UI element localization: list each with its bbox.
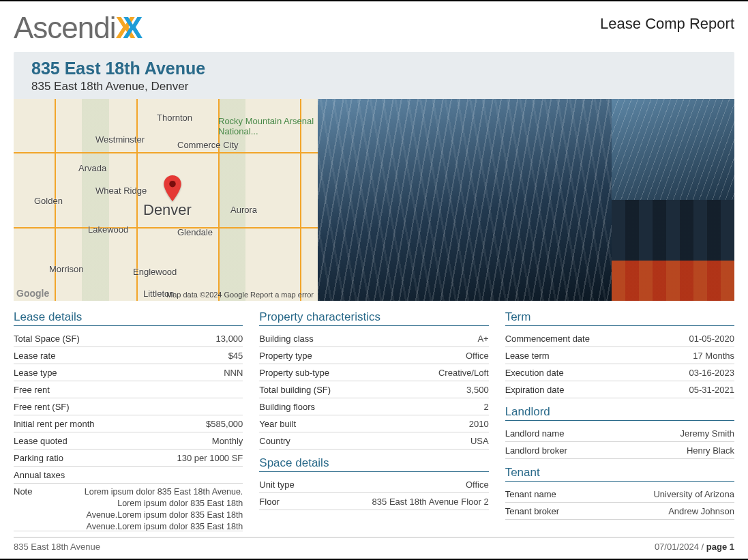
data-row: Property typeOffice (259, 347, 488, 364)
map-label-golden: Golden (34, 196, 63, 206)
data-row: Execution date03-16-2023 (505, 364, 734, 381)
row-key: Lease term (505, 351, 550, 361)
data-row: Lease typeNNN (14, 364, 243, 381)
rows-tenant: Tenant nameUniversity of ArizonaTenant b… (505, 486, 734, 520)
row-value: Office (466, 351, 489, 361)
rows-landlord: Landlord nameJeremy SmithLandlord broker… (505, 425, 734, 459)
row-value: 17 Months (693, 351, 734, 361)
row-key: Execution date (505, 368, 564, 378)
map-provider-logo: Google (16, 288, 49, 299)
building-photo-side-1 (612, 99, 734, 200)
property-name: 835 East 18th Avenue (31, 59, 717, 78)
row-key: Total Space (SF) (14, 334, 80, 344)
data-row: Total Space (SF)13,000 (14, 330, 243, 347)
row-key: Expiration date (505, 385, 565, 395)
data-row: Commencement date01-05-2020 (505, 330, 734, 347)
data-row: Lease term17 Months (505, 347, 734, 364)
row-key: Property sub-type (259, 368, 329, 378)
section-title-space-details: Space details (259, 456, 488, 472)
row-value: $585,000 (206, 419, 243, 429)
data-row: Free rent (14, 381, 243, 398)
row-key: Initial rent per month (14, 419, 95, 429)
row-key: Free rent (SF) (14, 402, 70, 412)
map-label-arvada: Arvada (78, 163, 106, 173)
row-value: Monthly (212, 436, 243, 446)
property-address: 835 East 18th Avenue, Denver (31, 80, 717, 93)
note-row: Note Lorem ipsum dolor 835 East 18th Ave… (14, 484, 243, 531)
row-value: Andrew Johnson (668, 506, 734, 516)
rows-term: Commencement date01-05-2020Lease term17 … (505, 330, 734, 398)
data-row: Tenant nameUniversity of Arizona (505, 486, 734, 503)
header-bar: AscendiXX Lease Comp Report (14, 11, 734, 45)
section-title-property-chars: Property characteristics (259, 310, 488, 326)
row-key: Annual taxes (14, 470, 65, 480)
building-photo-side-2 (612, 200, 734, 301)
section-title-term: Term (505, 310, 734, 326)
map-pin-icon (164, 175, 181, 203)
row-value: 3,500 (466, 385, 489, 395)
row-value: Creative/Loft (438, 368, 489, 378)
row-key: Building class (259, 334, 314, 344)
data-row: Unit typeOffice (259, 476, 488, 493)
row-key: Lease rate (14, 351, 55, 361)
map-label-thornton: Thornton (157, 113, 192, 123)
detail-columns: Lease details Total Space (SF)13,000Leas… (14, 310, 734, 531)
map-label-morrison: Morrison (49, 264, 84, 274)
row-key: Parking ratio (14, 453, 63, 463)
row-value: 130 per 1000 SF (177, 453, 243, 463)
map-label-denver: Denver (143, 201, 192, 219)
data-row: Parking ratio130 per 1000 SF (14, 450, 243, 467)
row-value: 13,000 (216, 334, 243, 344)
data-row: Free rent (SF) (14, 398, 243, 415)
col-lease-details: Lease details Total Space (SF)13,000Leas… (14, 310, 243, 531)
row-key: Floor (259, 497, 280, 507)
data-row: Building floors2 (259, 398, 488, 415)
data-row: Lease rate$45 (14, 347, 243, 364)
footer-page: page 1 (706, 542, 734, 552)
rows-property-chars: Building classA+Property typeOfficePrope… (259, 330, 488, 450)
map-label-westminster: Westminster (95, 134, 145, 145)
section-title-lease-details: Lease details (14, 310, 243, 326)
rows-lease-details: Total Space (SF)13,000Lease rate$45Lease… (14, 330, 243, 484)
row-key: Lease quoted (14, 436, 68, 446)
row-key: Unit type (259, 480, 294, 490)
row-key: Building floors (259, 402, 315, 412)
data-row: Year built2010 (259, 415, 488, 432)
note-label: Note (14, 486, 32, 497)
row-key: Total building (SF) (259, 385, 331, 395)
row-value: A+ (477, 334, 488, 344)
property-hero: 835 East 18th Avenue 835 East 18th Avenu… (14, 52, 734, 99)
map-attribution[interactable]: Map data ©2024 Google Report a map error (166, 291, 314, 299)
row-value: 03-16-2023 (689, 368, 734, 378)
data-row: Initial rent per month$585,000 (14, 415, 243, 432)
map-label-wheatridge: Wheat Ridge (95, 186, 147, 196)
row-key: Year built (259, 419, 296, 429)
brand-logo: AscendiXX (14, 11, 142, 45)
data-row: Expiration date05-31-2021 (505, 381, 734, 398)
section-title-landlord: Landlord (505, 405, 734, 421)
footer-left: 835 East 18th Avenue (14, 542, 100, 552)
data-row: Tenant brokerAndrew Johnson (505, 503, 734, 520)
map-label-glendale: Glendale (177, 227, 213, 237)
row-value: University of Arizona (653, 489, 734, 499)
row-value: 835 East 18th Avenue Floor 2 (372, 497, 489, 507)
brand-text: Ascendi (14, 11, 116, 44)
row-key: Tenant name (505, 489, 556, 499)
col-term-parties: Term Commencement date01-05-2020Lease te… (505, 310, 734, 531)
row-value: $45 (228, 351, 243, 361)
data-row: Total building (SF)3,500 (259, 381, 488, 398)
row-key: Commencement date (505, 334, 590, 344)
data-row: Building classA+ (259, 330, 488, 347)
data-row: Lease quotedMonthly (14, 432, 243, 450)
row-value: 2 (483, 402, 488, 412)
svg-point-0 (169, 181, 176, 188)
data-row: Landlord nameJeremy Smith (505, 425, 734, 442)
data-row: CountryUSA (259, 432, 488, 450)
row-value: Office (466, 480, 489, 490)
row-key: Free rent (14, 385, 50, 395)
data-row: Floor835 East 18th Avenue Floor 2 (259, 493, 488, 510)
building-photo-stack (612, 99, 734, 301)
media-row: Rocky Mountain Arsenal National... Thorn… (14, 99, 734, 301)
row-value: 2010 (469, 419, 489, 429)
map-panel[interactable]: Rocky Mountain Arsenal National... Thorn… (14, 99, 318, 301)
